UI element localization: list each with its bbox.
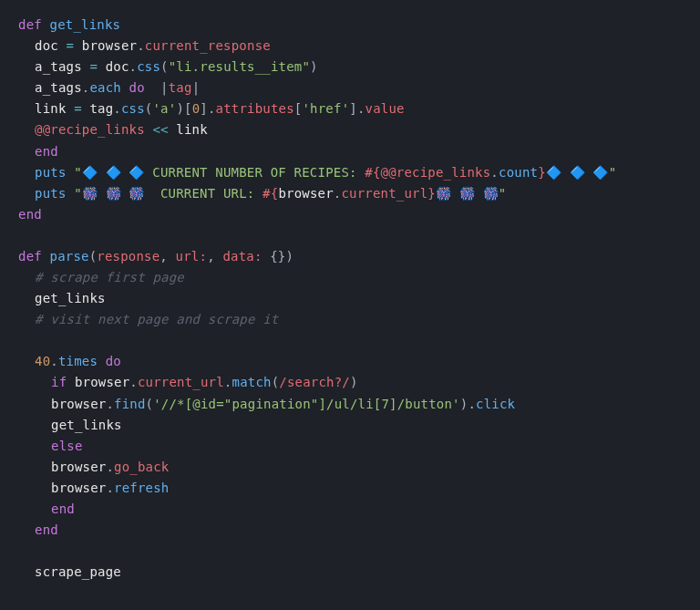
class-variable: @@recipe_links xyxy=(35,122,145,137)
method-name: get_links xyxy=(50,17,121,32)
identifier: browser xyxy=(51,397,106,411)
identifier: browser xyxy=(278,186,333,201)
dot: . xyxy=(106,481,114,495)
dot: . xyxy=(468,397,476,411)
code-line: doc = browser.current_response xyxy=(18,36,682,57)
method-call: each xyxy=(89,80,121,95)
interp-close: } xyxy=(538,165,546,180)
string-text: CURRENT NUMBER OF RECIPES: xyxy=(152,165,365,180)
param: response xyxy=(97,249,160,264)
keyword-if: if xyxy=(51,375,75,389)
keyword-end: end xyxy=(35,144,58,159)
keyword-do: do xyxy=(129,80,153,95)
interp-close: } xyxy=(427,186,436,201)
method-puts: puts xyxy=(35,165,67,180)
identifier: tag xyxy=(89,101,113,116)
code-editor[interactable]: def get_links doc = browser.current_resp… xyxy=(18,15,682,583)
string: 'href' xyxy=(302,101,349,116)
keyword-end: end xyxy=(51,501,75,516)
code-line: @@recipe_links << link xyxy=(18,119,682,140)
method-call: refresh xyxy=(114,481,169,495)
string: '//*[@id="pagination"]/ul/li[7]/button' xyxy=(153,397,460,411)
code-line: puts "🎆 🎆 🎆 CURRENT URL: #{browser.curre… xyxy=(18,183,682,204)
property: current_response xyxy=(145,38,271,53)
comment: # visit next page and scrape it xyxy=(35,312,279,326)
code-line: if browser.current_url.match(/search?/) xyxy=(18,372,682,393)
keyword-def: def xyxy=(18,249,50,264)
regex: /search?/ xyxy=(279,375,350,389)
operator: = xyxy=(67,38,82,53)
variable: doc xyxy=(35,38,67,53)
hash-literal: {} xyxy=(270,249,285,264)
method-call: get_links xyxy=(35,291,106,305)
dot: . xyxy=(106,397,114,411)
dot: . xyxy=(113,101,121,116)
emoji-sparkle-icon: 🎆 🎆 🎆 xyxy=(82,186,160,201)
blank-line xyxy=(18,330,682,351)
keyword-end: end xyxy=(35,522,58,537)
method-call: count xyxy=(499,165,538,180)
comma: , xyxy=(207,249,222,264)
paren: ) xyxy=(285,249,293,264)
space xyxy=(67,165,75,180)
paren: ( xyxy=(146,397,154,411)
keyword-do: do xyxy=(106,354,121,368)
method-name: parse xyxy=(50,249,89,264)
identifier: link xyxy=(176,122,208,137)
identifier: browser xyxy=(51,481,106,495)
emoji-diamond-icon: 🔷 🔷 🔷 xyxy=(546,165,609,180)
operator: = xyxy=(89,59,105,74)
emoji-sparkle-icon: 🎆 🎆 🎆 xyxy=(436,186,499,201)
number: 40 xyxy=(35,354,50,368)
space xyxy=(121,80,129,95)
dot: . xyxy=(129,59,138,74)
pipe: | xyxy=(152,80,168,95)
method-call: times xyxy=(58,354,98,368)
code-line: def get_links xyxy=(18,15,682,36)
method-call: find xyxy=(114,397,146,411)
operator: << xyxy=(145,122,177,137)
method-call: click xyxy=(476,397,515,411)
code-line: def parse(response, url:, data: {}) xyxy=(18,246,682,267)
operator: = xyxy=(74,101,89,116)
block-param: tag xyxy=(169,80,192,95)
pipe: | xyxy=(192,80,201,95)
class-variable: @@recipe_links xyxy=(381,165,491,180)
method-call: get_links xyxy=(51,418,122,432)
code-line: else xyxy=(18,436,682,457)
variable: link xyxy=(35,101,74,116)
code-line: browser.refresh xyxy=(18,478,682,499)
method-call: css xyxy=(121,101,145,116)
string: 'a' xyxy=(152,101,176,116)
code-line: end xyxy=(18,141,682,162)
comma: , xyxy=(160,249,175,264)
code-line: puts "🔷 🔷 🔷 CURRENT NUMBER OF RECIPES: #… xyxy=(18,162,682,183)
variable: a_tags xyxy=(35,80,82,95)
dot: . xyxy=(106,460,114,474)
dot: . xyxy=(224,375,232,389)
bracket-dot: ]. xyxy=(200,101,215,116)
space xyxy=(262,249,271,264)
method-puts: puts xyxy=(35,186,67,201)
identifier: browser xyxy=(75,375,129,389)
method-call: css xyxy=(137,59,160,74)
code-line: a_tags.each do |tag| xyxy=(18,78,682,98)
keyword-else: else xyxy=(51,439,83,453)
quote: " xyxy=(609,165,617,180)
number: 0 xyxy=(192,101,201,116)
code-line: end xyxy=(18,520,682,541)
identifier: browser xyxy=(82,38,137,53)
interp-open: #{ xyxy=(365,165,380,180)
keyword-end: end xyxy=(18,207,42,222)
property: current_url xyxy=(341,186,427,201)
code-line: browser.find('//*[@id="pagination"]/ul/l… xyxy=(18,394,682,415)
code-line: 40.times do xyxy=(18,351,682,372)
property: value xyxy=(365,101,405,116)
dot: . xyxy=(137,38,145,53)
bracket-dot: ]. xyxy=(349,101,365,116)
code-line: get_links xyxy=(18,415,682,436)
dot: . xyxy=(129,375,138,389)
identifier: doc xyxy=(106,59,129,74)
paren: ( xyxy=(272,375,280,389)
method-call: scrape_page xyxy=(35,564,121,579)
